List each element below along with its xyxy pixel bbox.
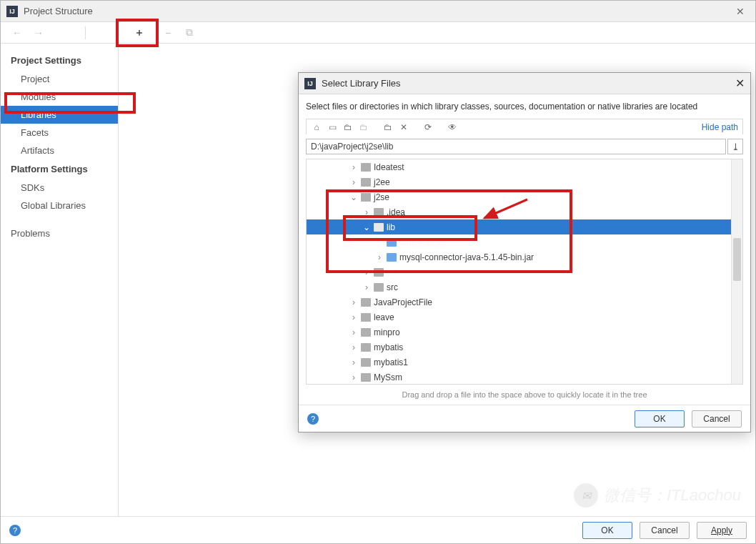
- forward-icon[interactable]: →: [29, 24, 48, 41]
- folder-icon: [361, 163, 371, 172]
- tree-label: j2ee: [374, 177, 390, 187]
- tree-row[interactable]: ›mysql-connector-java-5.1.45-bin.jar: [307, 249, 742, 264]
- sidebar-item-sdks[interactable]: SDKs: [1, 179, 118, 197]
- ok-button[interactable]: OK: [582, 522, 632, 539]
- sidebar-item-artifacts[interactable]: Artifacts: [1, 142, 118, 159]
- folder-icon: [361, 373, 371, 382]
- dnd-hint: Drag and drop a file into the space abov…: [306, 389, 743, 402]
- tree-row[interactable]: ›mybatis: [307, 340, 742, 355]
- expand-icon[interactable]: ›: [362, 207, 371, 217]
- expand-icon[interactable]: ›: [349, 372, 358, 382]
- path-input[interactable]: [306, 139, 726, 154]
- tree-label: minpro: [374, 327, 400, 337]
- tree-row[interactable]: ›JavaProjectFile: [307, 295, 742, 310]
- expand-icon[interactable]: ›: [349, 342, 358, 352]
- apply-button[interactable]: Apply: [697, 522, 747, 539]
- folder-icon: [361, 178, 371, 187]
- sidebar-item-facets[interactable]: Facets: [1, 124, 118, 142]
- tree-row[interactable]: ›out: [307, 264, 742, 280]
- folder-icon: [361, 358, 371, 367]
- tree-row[interactable]: ›src: [307, 280, 742, 295]
- tree-row[interactable]: ⌄lib: [307, 219, 742, 234]
- help-icon[interactable]: ?: [307, 413, 319, 425]
- folder-icon: [361, 298, 371, 307]
- close-tab-icon[interactable]: ✕: [398, 122, 409, 133]
- sidebar-item-project[interactable]: Project: [1, 70, 118, 88]
- refresh-icon[interactable]: ⟳: [422, 122, 434, 133]
- tree-row[interactable]: ⌄j2se: [307, 189, 742, 204]
- tree-label: .idea: [387, 207, 405, 217]
- cancel-button[interactable]: Cancel: [640, 522, 690, 539]
- tree-row[interactable]: ›leave: [307, 310, 742, 325]
- tree-row[interactable]: ›.idea: [307, 204, 742, 219]
- expand-icon[interactable]: ›: [362, 282, 371, 292]
- expand-icon[interactable]: ›: [349, 327, 358, 337]
- cancel-button[interactable]: Cancel: [692, 410, 742, 427]
- tree-label: junit-4.12.jar: [399, 237, 447, 247]
- home-icon[interactable]: ⌂: [311, 122, 322, 133]
- file-tree[interactable]: ›Ideatest›j2ee⌄j2se›.idea⌄libjunit-4.12.…: [306, 159, 743, 385]
- tree-label: MySsm: [374, 372, 402, 382]
- tree-label: JavaProjectFile: [374, 297, 432, 307]
- tree-label: mybatis: [374, 342, 403, 352]
- expand-icon[interactable]: ›: [349, 357, 358, 367]
- expand-icon[interactable]: ›: [375, 252, 384, 262]
- expand-icon[interactable]: ›: [362, 267, 371, 277]
- close-icon[interactable]: ✕: [735, 76, 745, 90]
- close-icon[interactable]: ✕: [731, 6, 750, 17]
- folder-icon: [374, 208, 384, 217]
- folder-icon: [374, 223, 384, 232]
- select-library-dialog: IJ Select Library Files ✕ Select files o…: [298, 72, 751, 432]
- scrollbar-thumb[interactable]: [733, 238, 741, 281]
- tree-row[interactable]: junit-4.12.jar: [307, 234, 742, 249]
- tree-label: src: [387, 282, 398, 292]
- dialog-titlebar: IJ Select Library Files ✕: [299, 73, 750, 94]
- app-icon: IJ: [6, 6, 18, 17]
- section-project-settings: Project Settings: [1, 51, 118, 70]
- toolbar-separator: [85, 26, 86, 39]
- dialog-toolbar: ⌂ ▭ 🗀 🗀 🗀 ✕ ⟳ 👁 Hide path: [306, 119, 743, 134]
- jar-icon: [387, 253, 397, 262]
- watermark: ✉ 微信号：ITLaochou: [574, 483, 741, 508]
- dialog-instruction: Select files or directories in which lib…: [306, 100, 743, 114]
- sidebar-item-global-libraries[interactable]: Global Libraries: [1, 197, 118, 214]
- scrollbar[interactable]: [731, 159, 742, 384]
- remove-button[interactable]: −: [159, 24, 177, 41]
- expand-icon[interactable]: ⌄: [349, 192, 358, 202]
- newfolder-icon[interactable]: 🗀: [342, 122, 354, 133]
- desktop-icon[interactable]: ▭: [327, 122, 338, 133]
- tree-row[interactable]: ›Ideatest: [307, 159, 742, 174]
- tree-row[interactable]: ›MySsm: [307, 370, 742, 385]
- folder-icon: [361, 343, 371, 352]
- folder-icon: [361, 193, 371, 202]
- folder-icon: [361, 328, 371, 337]
- delete-icon[interactable]: 🗀: [382, 122, 394, 133]
- expand-icon[interactable]: ⌄: [362, 222, 371, 232]
- tree-row[interactable]: ›j2ee: [307, 174, 742, 189]
- back-icon[interactable]: ←: [8, 24, 26, 41]
- copy-icon[interactable]: ⧉: [180, 24, 199, 41]
- show-hidden-icon[interactable]: 👁: [447, 122, 458, 133]
- hide-path-link[interactable]: Hide path: [702, 122, 738, 132]
- folder-icon[interactable]: 🗀: [358, 122, 369, 133]
- sidebar: Project Settings Project Modules Librari…: [1, 44, 119, 516]
- add-button[interactable]: ＋: [130, 24, 149, 41]
- section-platform-settings: Platform Settings: [1, 159, 118, 179]
- expand-icon[interactable]: ›: [349, 162, 358, 172]
- expand-icon[interactable]: ›: [349, 312, 358, 322]
- expand-icon[interactable]: ›: [349, 177, 358, 187]
- main-toolbar: ← → ＋ − ⧉: [1, 22, 755, 44]
- sidebar-item-libraries[interactable]: Libraries: [1, 106, 118, 124]
- window-title: Project Structure: [24, 6, 725, 16]
- dialog-footer: ? OK Cancel: [299, 405, 750, 432]
- history-icon[interactable]: ⤓: [727, 139, 743, 154]
- sidebar-item-modules[interactable]: Modules: [1, 88, 118, 106]
- tree-row[interactable]: ›mybatis1: [307, 355, 742, 370]
- tree-label: j2se: [374, 192, 389, 202]
- help-icon[interactable]: ?: [9, 525, 21, 536]
- titlebar: IJ Project Structure ✕: [1, 1, 755, 22]
- ok-button[interactable]: OK: [635, 410, 685, 427]
- tree-row[interactable]: ›minpro: [307, 325, 742, 340]
- sidebar-item-problems[interactable]: Problems: [1, 224, 118, 242]
- expand-icon[interactable]: ›: [349, 297, 358, 307]
